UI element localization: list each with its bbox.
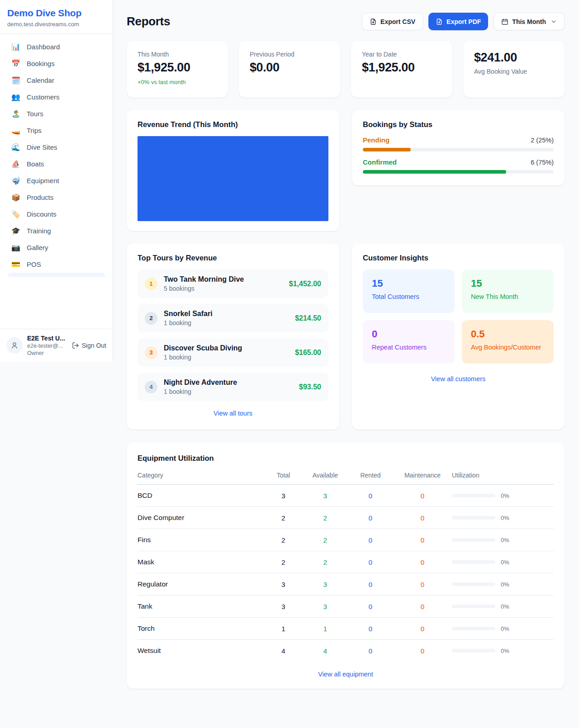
user-name: E2E Test U... [27, 335, 65, 342]
stat-label: Avg Booking Value [474, 68, 554, 75]
calendar-icon [501, 18, 508, 25]
customer-insights-panel: Customer Insights 15 Total Customers 15 … [352, 244, 565, 430]
sidebar-item-products[interactable]: 📦Products [4, 189, 109, 206]
equipment-maintenance: 0 [393, 536, 452, 544]
equipment-category: Dive Computer [138, 514, 264, 522]
insight-label: Total Customers [372, 293, 446, 300]
sidebar-item-label: Dashboard [27, 43, 60, 51]
sidebar-item-dashboard[interactable]: 📊Dashboard [4, 38, 109, 55]
chevron-down-icon [551, 19, 557, 25]
status-label: Pending [363, 136, 389, 144]
stat-value: $1,925.00 [138, 61, 217, 75]
equipment-category: Tank [138, 602, 264, 610]
column-header: Maintenance [393, 472, 452, 479]
insights-row: Top Tours by Revenue 1 Two Tank Morning … [127, 244, 565, 430]
sidebar-item-gallery[interactable]: 📷Gallery [4, 239, 109, 256]
page-title: Reports [127, 14, 170, 28]
status-row-confirmed: Confirmed 6 (75%) [363, 158, 554, 174]
stat-label: This Month [138, 51, 217, 58]
page-header: Reports Export CSV Export PDF This Month [127, 13, 565, 30]
sidebar-item-tours[interactable]: 🏝️Tours [4, 105, 109, 122]
progress-fill [363, 148, 411, 151]
period-dropdown[interactable]: This Month [494, 13, 565, 30]
equipment-total: 2 [264, 558, 303, 566]
stat-value: $0.00 [250, 61, 329, 75]
sidebar-item-label: Gallery [27, 244, 48, 251]
column-header: Total [264, 472, 303, 479]
brand: Demo Dive Shop demo.test.divestreams.com [0, 0, 113, 34]
insight-tile-total-customers: 15 Total Customers [363, 269, 455, 313]
sidebar-item-equipment[interactable]: 🤿Equipment [4, 172, 109, 189]
equipment-utilization-title: Equipment Utilization [138, 454, 554, 463]
graduation-cap-icon: 🎓 [11, 227, 21, 235]
sidebar-item-boats[interactable]: ⛵Boats [4, 156, 109, 172]
tour-bookings: 5 bookings [164, 285, 244, 292]
equipment-available: 2 [303, 514, 348, 522]
equipment-category: Regulator [138, 580, 264, 588]
equipment-category: Fins [138, 536, 264, 544]
equipment-total: 3 [264, 492, 303, 500]
column-header: Utilization [452, 472, 554, 479]
status-count: 6 (75%) [531, 159, 554, 166]
insight-label: New This Month [471, 293, 545, 300]
equipment-available: 2 [303, 558, 348, 566]
sidebar-item-customers[interactable]: 👥Customers [4, 89, 109, 105]
equipment-category: Wetsuit [138, 647, 264, 655]
sidebar-item-label: Boats [27, 160, 44, 168]
sidebar-item-label: Trips [27, 127, 42, 134]
view-all-customers-link[interactable]: View all customers [363, 373, 554, 385]
column-header: Rented [348, 472, 393, 479]
utilization-percent: 0% [501, 603, 509, 610]
sidebar-item-partially-visible[interactable] [7, 273, 105, 277]
table-row: Regulator 3 3 0 0 0% [138, 573, 554, 596]
user-role: Owner [27, 350, 65, 356]
customer-insights-title: Customer Insights [363, 254, 554, 262]
utilization-percent: 0% [501, 515, 509, 521]
user-email: e2e-tester@... [27, 343, 65, 349]
stat-label: Year to Date [362, 51, 441, 58]
equipment-utilization-panel: Equipment Utilization Category Total Ava… [127, 442, 565, 689]
insight-tile-new-this-month: 15 New This Month [462, 269, 554, 313]
revenue-trend-chart [138, 136, 328, 221]
view-all-equipment-link[interactable]: View all equipment [138, 668, 554, 681]
export-pdf-button[interactable]: Export PDF [428, 13, 488, 30]
header-actions: Export CSV Export PDF This Month [362, 13, 565, 30]
equipment-rented: 0 [348, 647, 393, 655]
sidebar-item-bookings[interactable]: 📅Bookings [4, 55, 109, 72]
view-all-tours-link[interactable]: View all tours [138, 407, 328, 420]
utilization-bar [452, 582, 495, 586]
tour-list-item: 3 Discover Scuba Diving 1 booking $165.0… [138, 338, 328, 367]
progress-track [363, 148, 554, 151]
sidebar-item-label: Dive Sites [27, 143, 57, 151]
tour-bookings: 1 booking [164, 388, 237, 395]
equipment-total: 4 [264, 647, 303, 655]
revenue-trend-panel: Revenue Trend (This Month) [127, 110, 339, 231]
user-meta: E2E Test U... e2e-tester@... Owner [27, 335, 65, 356]
utilization-percent: 0% [501, 625, 509, 632]
table-row: Dive Computer 2 2 0 0 0% [138, 507, 554, 529]
equipment-rented: 0 [348, 581, 393, 588]
sidebar-item-calendar[interactable]: 🗓️Calendar [4, 72, 109, 89]
equipment-rented: 0 [348, 536, 393, 544]
status-label: Confirmed [363, 158, 397, 166]
sign-out-button[interactable]: Sign Out [72, 342, 106, 349]
wave-icon: 🌊 [11, 144, 21, 151]
tag-icon: 🏷️ [11, 211, 21, 218]
sidebar-item-trips[interactable]: 🚤Trips [4, 122, 109, 139]
sidebar-item-dive-sites[interactable]: 🌊Dive Sites [4, 139, 109, 156]
equipment-available: 2 [303, 536, 348, 544]
sidebar-item-training[interactable]: 🎓Training [4, 222, 109, 239]
tour-revenue: $1,452.00 [289, 280, 321, 288]
equipment-total: 1 [264, 625, 303, 633]
sidebar-item-label: Discounts [27, 210, 57, 218]
credit-card-icon: 💳 [11, 261, 21, 268]
sidebar-item-pos[interactable]: 💳POS [4, 256, 109, 273]
bar-chart-icon: 📊 [11, 43, 21, 51]
equipment-total: 2 [264, 514, 303, 522]
shop-name: Demo Dive Shop [7, 8, 105, 19]
export-csv-button[interactable]: Export CSV [362, 13, 423, 30]
sidebar-item-discounts[interactable]: 🏷️Discounts [4, 206, 109, 222]
equipment-category: Torch [138, 624, 264, 633]
package-icon: 📦 [11, 194, 21, 201]
utilization-bar [452, 494, 495, 497]
